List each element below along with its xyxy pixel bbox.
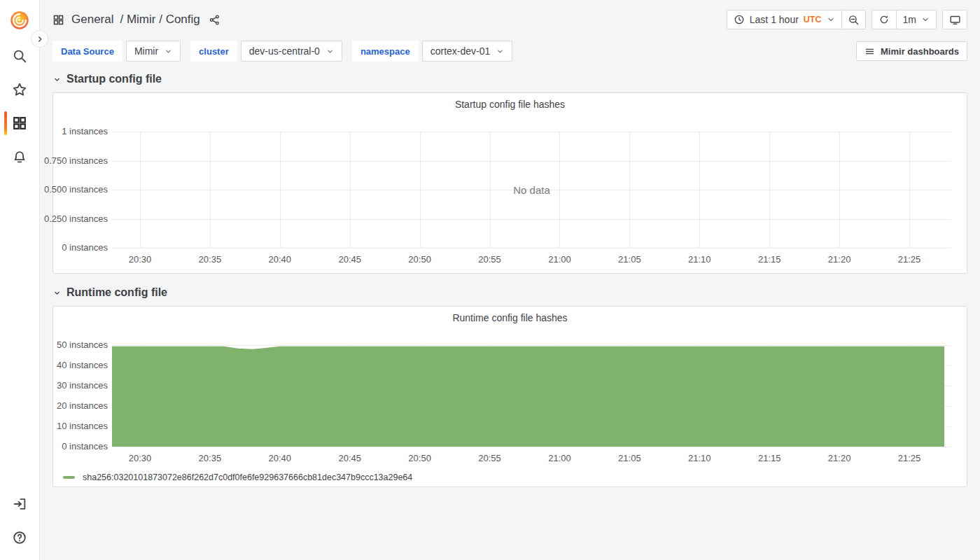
x-tick-label: 20:55 — [478, 254, 501, 265]
breadcrumb-dashboard: / Mimir / Config — [120, 13, 200, 27]
tv-mode-button[interactable] — [943, 10, 967, 29]
dashboard-content: Startup config file Startup config file … — [40, 62, 980, 487]
gridline — [350, 132, 351, 248]
chevron-down-icon — [921, 15, 930, 24]
time-picker-group: Last 1 hour UTC — [727, 10, 866, 29]
chevron-down-icon — [52, 75, 62, 84]
refresh-interval-label: 1m — [903, 14, 916, 25]
legend-item[interactable]: sha256:0320101873072e86f262d7c0df0fe6fe9… — [63, 472, 412, 482]
row-startup-config-file[interactable]: Startup config file — [52, 70, 967, 88]
x-tick-label: 21:25 — [898, 254, 921, 265]
grafana-logo[interactable] — [9, 10, 30, 31]
cycle-view-group — [942, 10, 967, 29]
star-icon — [12, 82, 27, 97]
variable-namespace-selected: cortex-dev-01 — [430, 46, 491, 57]
x-tick-label: 21:00 — [548, 254, 571, 265]
y-axis-labels: 50 instances40 instances30 instances20 i… — [53, 345, 108, 447]
x-tick-label: 20:45 — [338, 453, 361, 463]
clock-icon — [734, 14, 745, 25]
x-tick-label: 20:50 — [408, 453, 431, 463]
legend-label: sha256:0320101873072e86f262d7c0df0fe6fe9… — [83, 472, 412, 482]
chevron-down-icon — [326, 48, 334, 55]
timezone-label: UTC — [804, 15, 822, 24]
refresh-button[interactable] — [872, 10, 896, 29]
row-title: Startup config file — [66, 73, 162, 85]
sign-in-icon — [12, 496, 27, 512]
x-tick-label: 21:05 — [618, 453, 641, 463]
sidebar-item-help[interactable] — [0, 521, 40, 554]
x-tick-label: 20:30 — [129, 453, 152, 463]
variable-namespace-value[interactable]: cortex-dev-01 — [422, 41, 513, 62]
variable-datasource: Data Source Mimir — [52, 41, 181, 62]
panel-runtime-config-file-hashes: Runtime config file hashes 50 instances4… — [52, 306, 967, 487]
share-icon — [209, 14, 220, 26]
y-axis-labels: 1 instances0.750 instances0.500 instance… — [53, 132, 108, 248]
chevron-down-icon — [496, 48, 504, 55]
gridline — [112, 161, 951, 162]
sidebar-item-starred[interactable] — [0, 73, 40, 106]
breadcrumb[interactable]: General / Mimir / Config — [71, 13, 200, 27]
help-icon — [12, 530, 27, 545]
panel-title[interactable]: Runtime config file hashes — [53, 312, 967, 323]
sidebar-item-search[interactable] — [0, 39, 40, 73]
x-tick-label: 21:25 — [898, 453, 921, 463]
variable-datasource-value[interactable]: Mimir — [126, 41, 181, 62]
variable-cluster-selected: dev-us-central-0 — [249, 46, 320, 57]
bell-icon — [12, 149, 27, 164]
gridline — [140, 132, 141, 248]
gridline — [490, 132, 491, 248]
search-icon — [12, 48, 27, 64]
legend-swatch — [63, 476, 75, 479]
chevron-down-icon — [164, 48, 172, 55]
gridline — [112, 447, 951, 447]
y-tick-label: 30 instances — [57, 380, 108, 391]
gridline — [629, 132, 630, 248]
gridline — [112, 132, 951, 132]
series-area[interactable] — [112, 345, 951, 447]
chevron-down-icon — [827, 15, 835, 24]
x-tick-label: 21:15 — [758, 453, 781, 463]
y-tick-label: 0 instances — [62, 441, 108, 451]
monitor-icon — [949, 14, 961, 26]
gridline — [112, 190, 951, 190]
x-tick-label: 20:55 — [478, 453, 501, 463]
sidebar-item-dashboards[interactable] — [0, 106, 40, 140]
row-title: Runtime config file — [66, 286, 167, 299]
x-tick-label: 20:35 — [199, 453, 222, 463]
x-tick-label: 20:50 — [408, 254, 431, 265]
variable-cluster-value[interactable]: dev-us-central-0 — [241, 41, 342, 62]
plot-area[interactable] — [112, 345, 951, 447]
x-tick-label: 20:35 — [199, 254, 222, 265]
refresh-interval-picker[interactable]: 1m — [896, 10, 936, 29]
row-runtime-config-file[interactable]: Runtime config file — [52, 284, 967, 302]
breadcrumb-folder[interactable]: General — [71, 13, 113, 27]
mimir-dashboards-label: Mimir dashboards — [881, 46, 959, 57]
variable-namespace-label[interactable]: namespace — [352, 41, 419, 62]
x-tick-label: 20:40 — [269, 453, 292, 463]
x-tick-label: 21:20 — [828, 453, 851, 463]
gridline — [210, 132, 211, 248]
panel-title[interactable]: Startup config file hashes — [53, 99, 967, 110]
mimir-dashboards-button[interactable]: Mimir dashboards — [856, 41, 967, 61]
submenu: Data Source Mimir cluster dev-us-central… — [40, 39, 980, 62]
gridline — [420, 132, 421, 248]
x-tick-label: 21:15 — [758, 254, 781, 265]
sidebar-item-alerting[interactable] — [0, 140, 40, 174]
gridline — [909, 132, 910, 248]
x-tick-label: 21:05 — [618, 254, 641, 265]
share-button[interactable] — [209, 14, 220, 26]
y-tick-label: 10 instances — [57, 421, 108, 431]
sidebar-item-sign-in[interactable] — [0, 487, 40, 521]
variable-cluster-label[interactable]: cluster — [190, 41, 237, 62]
gridline — [559, 132, 560, 248]
variable-datasource-label[interactable]: Data Source — [52, 41, 122, 62]
gridline — [112, 248, 951, 248]
y-tick-label: 0 instances — [62, 242, 108, 253]
panel-startup-config-file-hashes: Startup config file hashes 1 instances0.… — [52, 92, 967, 274]
refresh-group: 1m — [872, 10, 937, 29]
gridline — [112, 219, 951, 220]
dashboard-grid-icon — [52, 14, 64, 26]
time-range-picker[interactable]: Last 1 hour UTC — [727, 10, 841, 29]
plot-area[interactable]: No data — [112, 132, 951, 248]
zoom-out-button[interactable] — [841, 10, 865, 29]
